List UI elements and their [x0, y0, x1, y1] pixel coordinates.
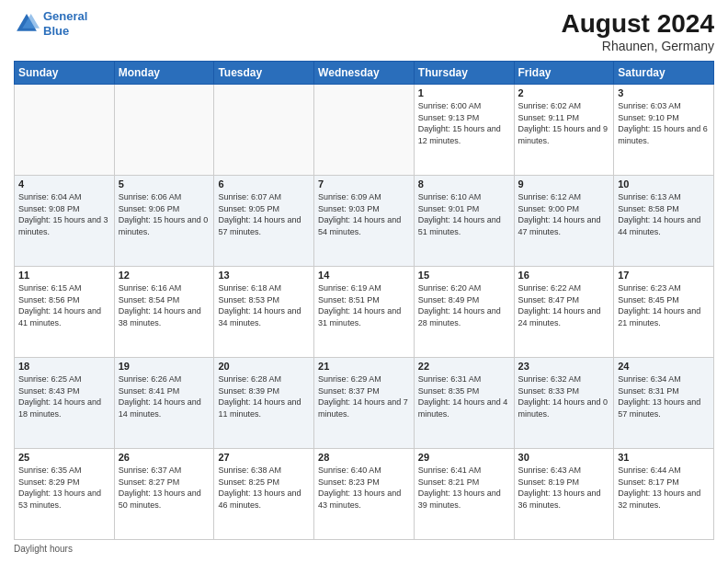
calendar-cell: 13Sunrise: 6:18 AM Sunset: 8:53 PM Dayli…: [214, 267, 314, 358]
calendar-cell: 28Sunrise: 6:40 AM Sunset: 8:23 PM Dayli…: [314, 449, 415, 540]
calendar-cell: 21Sunrise: 6:29 AM Sunset: 8:37 PM Dayli…: [314, 358, 415, 449]
day-info: Sunrise: 6:19 AM Sunset: 8:51 PM Dayligh…: [318, 282, 410, 328]
day-info: Sunrise: 6:31 AM Sunset: 8:35 PM Dayligh…: [418, 373, 510, 419]
day-number: 11: [18, 270, 110, 281]
calendar-cell: 10Sunrise: 6:13 AM Sunset: 8:58 PM Dayli…: [614, 176, 714, 267]
col-friday: Friday: [514, 62, 614, 85]
calendar-cell: 19Sunrise: 6:26 AM Sunset: 8:41 PM Dayli…: [114, 358, 214, 449]
calendar-cell: 15Sunrise: 6:20 AM Sunset: 8:49 PM Dayli…: [414, 267, 514, 358]
day-number: 24: [618, 361, 710, 372]
day-info: Sunrise: 6:44 AM Sunset: 8:17 PM Dayligh…: [618, 465, 710, 511]
day-info: Sunrise: 6:29 AM Sunset: 8:37 PM Dayligh…: [318, 373, 410, 419]
day-number: 12: [119, 270, 210, 281]
calendar-cell: 20Sunrise: 6:28 AM Sunset: 8:39 PM Dayli…: [214, 358, 314, 449]
day-number: 6: [218, 178, 310, 190]
day-info: Sunrise: 6:03 AM Sunset: 9:10 PM Dayligh…: [618, 100, 710, 146]
day-number: 18: [18, 361, 110, 372]
logo-text: General Blue: [43, 9, 87, 38]
calendar-cell: 12Sunrise: 6:16 AM Sunset: 8:54 PM Dayli…: [114, 267, 214, 358]
calendar-cell: 5Sunrise: 6:06 AM Sunset: 9:06 PM Daylig…: [114, 176, 214, 267]
day-info: Sunrise: 6:26 AM Sunset: 8:41 PM Dayligh…: [119, 373, 210, 419]
month-year: August 2024: [562, 9, 715, 39]
day-info: Sunrise: 6:22 AM Sunset: 8:47 PM Dayligh…: [518, 282, 610, 328]
day-number: 9: [518, 178, 610, 190]
day-info: Sunrise: 6:43 AM Sunset: 8:19 PM Dayligh…: [518, 465, 610, 511]
calendar-cell: 22Sunrise: 6:31 AM Sunset: 8:35 PM Dayli…: [414, 358, 514, 449]
day-number: 17: [618, 270, 710, 281]
day-info: Sunrise: 6:28 AM Sunset: 8:39 PM Dayligh…: [218, 373, 310, 419]
day-number: 16: [518, 270, 610, 281]
day-info: Sunrise: 6:34 AM Sunset: 8:31 PM Dayligh…: [618, 373, 710, 419]
calendar-cell: 18Sunrise: 6:25 AM Sunset: 8:43 PM Dayli…: [15, 358, 115, 449]
day-info: Sunrise: 6:00 AM Sunset: 9:13 PM Dayligh…: [418, 100, 510, 146]
day-info: Sunrise: 6:37 AM Sunset: 8:27 PM Dayligh…: [119, 465, 210, 511]
calendar-cell: 8Sunrise: 6:10 AM Sunset: 9:01 PM Daylig…: [414, 176, 514, 267]
day-number: 3: [618, 87, 710, 98]
day-info: Sunrise: 6:09 AM Sunset: 9:03 PM Dayligh…: [318, 191, 410, 237]
calendar-week-1: 1Sunrise: 6:00 AM Sunset: 9:13 PM Daylig…: [15, 85, 714, 176]
logo-icon: [14, 11, 40, 37]
col-thursday: Thursday: [414, 62, 514, 85]
day-number: 23: [518, 361, 610, 372]
day-number: 1: [418, 87, 510, 98]
day-number: 10: [618, 178, 710, 190]
header: General Blue August 2024 Rhaunen, German…: [14, 9, 714, 53]
calendar-cell: 30Sunrise: 6:43 AM Sunset: 8:19 PM Dayli…: [514, 449, 614, 540]
day-number: 27: [218, 452, 310, 463]
footer: Daylight hours: [14, 544, 714, 554]
day-info: Sunrise: 6:35 AM Sunset: 8:29 PM Dayligh…: [18, 465, 110, 511]
calendar-cell: 31Sunrise: 6:44 AM Sunset: 8:17 PM Dayli…: [614, 449, 714, 540]
calendar-week-5: 25Sunrise: 6:35 AM Sunset: 8:29 PM Dayli…: [15, 449, 714, 540]
day-info: Sunrise: 6:02 AM Sunset: 9:11 PM Dayligh…: [518, 100, 610, 146]
logo-line2: Blue: [43, 24, 69, 38]
calendar-cell: 24Sunrise: 6:34 AM Sunset: 8:31 PM Dayli…: [614, 358, 714, 449]
day-number: 20: [218, 361, 310, 372]
calendar-cell: 23Sunrise: 6:32 AM Sunset: 8:33 PM Dayli…: [514, 358, 614, 449]
day-number: 31: [618, 452, 710, 463]
day-info: Sunrise: 6:15 AM Sunset: 8:56 PM Dayligh…: [18, 282, 110, 328]
calendar-cell: [15, 85, 115, 176]
calendar-cell: [114, 85, 214, 176]
day-info: Sunrise: 6:25 AM Sunset: 8:43 PM Dayligh…: [18, 373, 110, 419]
calendar-cell: 17Sunrise: 6:23 AM Sunset: 8:45 PM Dayli…: [614, 267, 714, 358]
calendar-week-3: 11Sunrise: 6:15 AM Sunset: 8:56 PM Dayli…: [15, 267, 714, 358]
logo: General Blue: [14, 9, 87, 38]
calendar-cell: 26Sunrise: 6:37 AM Sunset: 8:27 PM Dayli…: [114, 449, 214, 540]
calendar-week-2: 4Sunrise: 6:04 AM Sunset: 9:08 PM Daylig…: [15, 176, 714, 267]
calendar-table: Sunday Monday Tuesday Wednesday Thursday…: [14, 61, 714, 540]
day-number: 13: [218, 270, 310, 281]
title-block: August 2024 Rhaunen, Germany: [562, 9, 715, 53]
calendar-header-row: Sunday Monday Tuesday Wednesday Thursday…: [15, 62, 714, 85]
day-number: 2: [518, 87, 610, 98]
calendar-cell: 2Sunrise: 6:02 AM Sunset: 9:11 PM Daylig…: [514, 85, 614, 176]
day-info: Sunrise: 6:06 AM Sunset: 9:06 PM Dayligh…: [119, 191, 210, 237]
footer-label: Daylight hours: [14, 544, 73, 554]
calendar-cell: 3Sunrise: 6:03 AM Sunset: 9:10 PM Daylig…: [614, 85, 714, 176]
day-info: Sunrise: 6:07 AM Sunset: 9:05 PM Dayligh…: [218, 191, 310, 237]
calendar-cell: [314, 85, 415, 176]
day-info: Sunrise: 6:23 AM Sunset: 8:45 PM Dayligh…: [618, 282, 710, 328]
location: Rhaunen, Germany: [562, 39, 715, 53]
calendar-cell: 27Sunrise: 6:38 AM Sunset: 8:25 PM Dayli…: [214, 449, 314, 540]
day-info: Sunrise: 6:16 AM Sunset: 8:54 PM Dayligh…: [119, 282, 210, 328]
calendar-cell: 25Sunrise: 6:35 AM Sunset: 8:29 PM Dayli…: [15, 449, 115, 540]
calendar-week-4: 18Sunrise: 6:25 AM Sunset: 8:43 PM Dayli…: [15, 358, 714, 449]
day-number: 19: [119, 361, 210, 372]
day-info: Sunrise: 6:40 AM Sunset: 8:23 PM Dayligh…: [318, 465, 410, 511]
calendar-cell: 11Sunrise: 6:15 AM Sunset: 8:56 PM Dayli…: [15, 267, 115, 358]
day-number: 4: [18, 178, 110, 190]
day-number: 14: [318, 270, 410, 281]
calendar-cell: 9Sunrise: 6:12 AM Sunset: 9:00 PM Daylig…: [514, 176, 614, 267]
logo-line1: General: [43, 9, 87, 23]
day-number: 7: [318, 178, 410, 190]
day-info: Sunrise: 6:41 AM Sunset: 8:21 PM Dayligh…: [418, 465, 510, 511]
calendar-cell: 29Sunrise: 6:41 AM Sunset: 8:21 PM Dayli…: [414, 449, 514, 540]
day-info: Sunrise: 6:38 AM Sunset: 8:25 PM Dayligh…: [218, 465, 310, 511]
day-number: 28: [318, 452, 410, 463]
calendar-cell: 6Sunrise: 6:07 AM Sunset: 9:05 PM Daylig…: [214, 176, 314, 267]
day-info: Sunrise: 6:04 AM Sunset: 9:08 PM Dayligh…: [18, 191, 110, 237]
day-info: Sunrise: 6:12 AM Sunset: 9:00 PM Dayligh…: [518, 191, 610, 237]
day-number: 26: [119, 452, 210, 463]
calendar-cell: 16Sunrise: 6:22 AM Sunset: 8:47 PM Dayli…: [514, 267, 614, 358]
day-number: 15: [418, 270, 510, 281]
